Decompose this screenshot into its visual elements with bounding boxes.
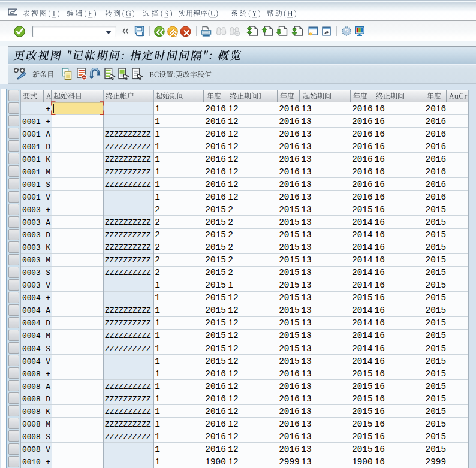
svg-text:?: ?	[344, 27, 349, 35]
